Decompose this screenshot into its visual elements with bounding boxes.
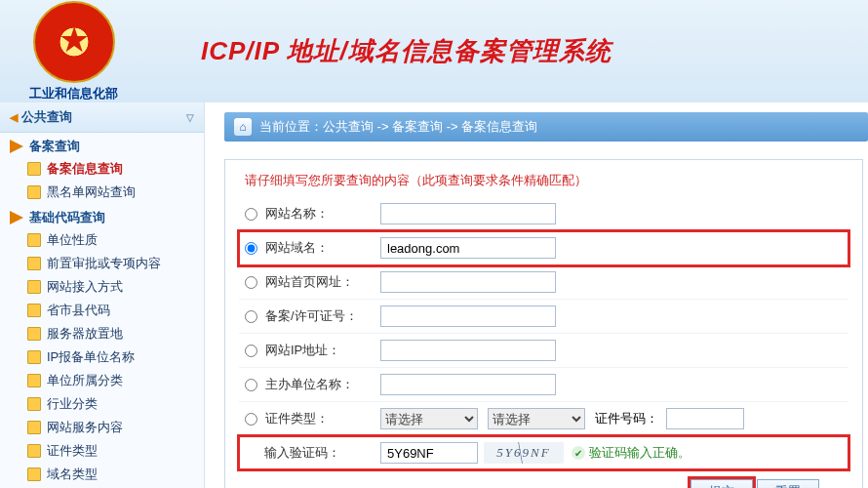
sidebar-item[interactable]: 行业分类	[0, 392, 204, 416]
sidebar-group[interactable]: 备案查询	[0, 133, 204, 157]
row-sponsor: 主办单位名称：	[239, 368, 848, 402]
input-cert-id[interactable]	[666, 408, 744, 429]
input-sponsor[interactable]	[380, 374, 556, 395]
breadcrumb: ⌂ 当前位置：公共查询 -> 备案查询 -> 备案信息查询	[224, 112, 868, 142]
captcha-ok-message: 验证码输入正确。	[572, 444, 690, 462]
sidebar-item[interactable]: 省市县代码	[0, 299, 204, 322]
sidebar: ◀ 公共查询 ▽ 备案查询备案信息查询黑名单网站查询基础代码查询单位性质前置审批…	[0, 102, 205, 488]
input-captcha[interactable]	[380, 442, 478, 464]
input-site-name[interactable]	[380, 203, 556, 224]
radio-homepage[interactable]	[245, 276, 257, 289]
radio-sponsor[interactable]	[245, 379, 257, 391]
input-ip[interactable]	[380, 340, 556, 361]
row-cert: 证件类型： 请选择 请选择 证件号码：	[239, 402, 848, 436]
sidebar-group[interactable]: 基础代码查询	[0, 204, 204, 228]
row-domain: 网站域名： * 网站域名必须输入	[239, 231, 848, 265]
cert-id-label: 证件号码：	[595, 410, 658, 427]
submit-button[interactable]: 提交	[690, 479, 753, 488]
sidebar-item[interactable]: 单位所属分类	[0, 369, 204, 392]
input-homepage[interactable]	[380, 271, 556, 293]
sidebar-item[interactable]: 服务器放置地	[0, 322, 204, 346]
sidebar-item[interactable]: 证件类型	[0, 439, 204, 463]
reset-button[interactable]: 重置	[757, 479, 819, 488]
national-emblem-icon	[33, 1, 115, 83]
sidebar-item[interactable]: 黑名单网站查询	[0, 181, 204, 204]
breadcrumb-text: 当前位置：公共查询 -> 备案查询 -> 备案信息查询	[259, 118, 537, 136]
sidebar-item[interactable]: IP报备单位名称	[0, 346, 204, 369]
row-captcha: 输入验证码： 5Y69NF 验证码输入正确。	[239, 436, 848, 469]
radio-site-name[interactable]	[245, 208, 257, 221]
home-icon[interactable]: ⌂	[234, 118, 252, 136]
app-header: 工业和信息化部 ICP/IP 地址/域名信息备案管理系统	[0, 0, 868, 102]
select-cert-1[interactable]: 请选择	[380, 408, 478, 429]
sidebar-item[interactable]: 域名类型	[0, 463, 204, 486]
form-hint: 请仔细填写您所要查询的内容（此项查询要求条件精确匹配）	[245, 172, 848, 189]
org-name: 工业和信息化部	[29, 85, 118, 102]
sidebar-header[interactable]: ◀ 公共查询 ▽	[0, 102, 204, 133]
sidebar-item[interactable]: 单位性质	[0, 228, 204, 252]
radio-ip[interactable]	[245, 345, 257, 357]
row-site-name: 网站名称：	[239, 197, 848, 231]
page-title: ICP/IP 地址/域名信息备案管理系统	[201, 34, 612, 68]
select-cert-2[interactable]: 请选择	[488, 408, 585, 429]
input-domain[interactable]	[380, 237, 556, 259]
sidebar-item[interactable]: 备案信息查询	[0, 157, 204, 181]
radio-cert[interactable]	[245, 413, 257, 426]
radio-record-no[interactable]	[245, 310, 257, 323]
radio-domain[interactable]	[245, 242, 257, 255]
sidebar-item[interactable]: 网站接入方式	[0, 275, 204, 299]
query-form: 请仔细填写您所要查询的内容（此项查询要求条件精确匹配） 网站名称： 网站域名： …	[224, 159, 863, 488]
sidebar-top-label: 公共查询	[21, 109, 72, 124]
row-ip: 网站IP地址：	[239, 334, 848, 368]
chevron-down-icon: ▽	[186, 112, 194, 123]
input-record-no[interactable]	[380, 305, 556, 327]
row-homepage: 网站首页网址：	[239, 265, 848, 300]
row-record-no: 备案/许可证号：	[239, 300, 848, 334]
captcha-image[interactable]: 5Y69NF	[484, 442, 564, 464]
sidebar-item[interactable]: 网站服务内容	[0, 416, 204, 439]
sidebar-item[interactable]: 前置审批或专项内容	[0, 252, 204, 275]
